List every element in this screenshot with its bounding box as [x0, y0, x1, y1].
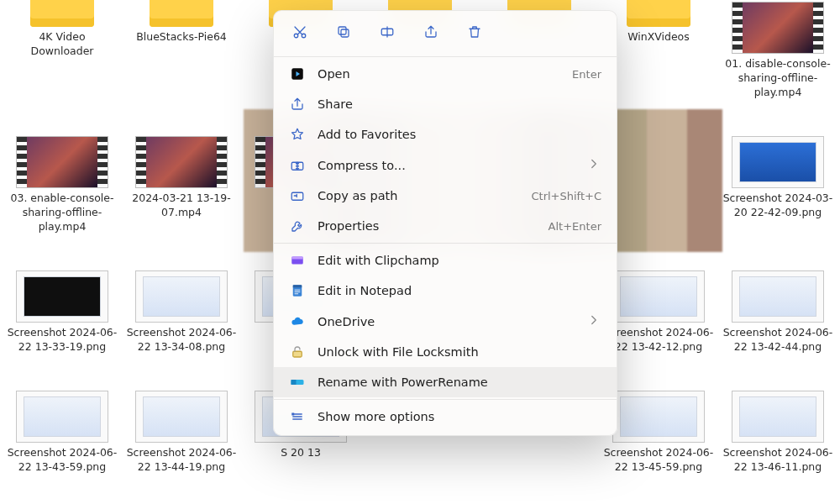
file-thumbnail	[16, 391, 108, 443]
chevron-right-icon	[586, 312, 601, 330]
menu-item-compress[interactable]: Compress to...	[274, 150, 617, 181]
svg-rect-3	[339, 27, 346, 34]
cut-icon	[292, 24, 307, 43]
menu-item-label: Open	[318, 67, 350, 81]
file-item[interactable]: 01. disable-console-sharing-offline-play…	[719, 0, 837, 129]
file-label: Screenshot 2024-06-22 13-44-19.png	[126, 446, 237, 475]
file-thumbnail	[135, 391, 228, 443]
file-label: 2024-03-21 13-19-07.mp4	[126, 192, 237, 220]
menu-item-label: OneDrive	[318, 315, 375, 328]
menu-item-clipchamp[interactable]: Edit with Clipchamp	[274, 245, 617, 276]
svg-rect-12	[293, 351, 302, 357]
compress-icon	[289, 157, 306, 174]
file-label: S 20 13	[281, 446, 321, 460]
file-label: 03. enable-console-sharing-offline-play.…	[7, 192, 118, 234]
file-item[interactable]: Screenshot 2024-06-22 13-33-19.png	[3, 269, 121, 384]
menu-item-label: Edit in Notepad	[318, 284, 412, 297]
file-item[interactable]: Screenshot 2024-06-22 13-44-19.png	[123, 389, 240, 504]
more-icon	[289, 408, 306, 425]
grid-spacer	[600, 134, 717, 264]
copy-button[interactable]	[331, 21, 356, 46]
file-item[interactable]: Screenshot 2024-06-22 13-43-59.png	[3, 389, 121, 504]
file-label: Screenshot 2024-06-22 13-43-59.png	[7, 446, 118, 475]
rename-button[interactable]	[375, 21, 400, 46]
file-thumbnail	[618, 2, 699, 27]
menu-item-label: Copy as path	[318, 189, 397, 202]
file-label: Screenshot 2024-03-20 22-42-09.png	[722, 192, 833, 220]
file-label: BlueStacks-Pie64	[136, 30, 227, 45]
menu-item-accelerator: Alt+Enter	[549, 220, 601, 233]
file-thumbnail	[612, 270, 705, 323]
menu-item-label: Add to Favorites	[318, 128, 416, 141]
file-item[interactable]: BlueStacks-Pie64	[123, 0, 240, 129]
menu-item-unlock[interactable]: Unlock with File Locksmith	[274, 337, 617, 367]
file-label: 4K Video Downloader	[7, 30, 118, 59]
context-menu: OpenEnterShareAdd to FavoritesCompress t…	[273, 10, 617, 436]
share-button[interactable]	[418, 21, 444, 46]
svg-rect-2	[341, 29, 349, 37]
file-thumbnail	[732, 2, 824, 54]
file-item[interactable]: WinXVideos	[600, 0, 717, 129]
file-label: Screenshot 2024-06-22 13-45-59.png	[603, 446, 714, 475]
file-label: Screenshot 2024-06-22 13-33-19.png	[7, 326, 118, 354]
file-item[interactable]: 4K Video Downloader	[3, 0, 121, 129]
menu-item-label: Show more options	[318, 410, 434, 423]
menu-item-label: Rename with PowerRename	[318, 375, 488, 389]
file-thumbnail	[141, 2, 222, 27]
copy-icon	[336, 24, 351, 43]
svg-rect-11	[293, 285, 302, 287]
file-thumbnail	[22, 2, 102, 27]
powerrename-icon	[289, 374, 306, 391]
file-label: Screenshot 2024-06-22 13-42-12.png	[603, 326, 714, 354]
copypath-icon	[289, 187, 306, 204]
menu-item-notepad[interactable]: Edit in Notepad	[274, 276, 617, 306]
cut-button[interactable]	[287, 21, 312, 46]
chevron-right-icon	[586, 156, 601, 174]
menu-item-accelerator: Ctrl+Shift+C	[531, 190, 601, 202]
file-item[interactable]: Screenshot 2024-06-22 13-42-44.png	[719, 269, 837, 384]
menu-item-label: Unlock with File Locksmith	[318, 345, 479, 359]
menu-item-share[interactable]: Share	[274, 89, 617, 119]
menu-item-label: Share	[318, 97, 353, 111]
menu-item-wrench[interactable]: PropertiesAlt+Enter	[274, 211, 617, 241]
menu-item-copypath[interactable]: Copy as pathCtrl+Shift+C	[274, 181, 617, 211]
file-label: Screenshot 2024-06-22 13-46-11.png	[722, 446, 833, 475]
file-item[interactable]: Screenshot 2024-06-22 13-45-59.png	[600, 389, 717, 504]
menu-item-star[interactable]: Add to Favorites	[274, 119, 617, 150]
file-label: 01. disable-console-sharing-offline-play…	[722, 57, 833, 100]
notepad-icon	[289, 282, 306, 299]
menu-item-powerrename[interactable]: Rename with PowerRename	[274, 367, 617, 397]
delete-button[interactable]	[462, 21, 487, 46]
file-item[interactable]: 2024-03-21 13-19-07.mp4	[123, 134, 240, 264]
file-thumbnail	[135, 270, 228, 323]
menu-item-label: Edit with Clipchamp	[318, 254, 439, 267]
file-label: WinXVideos	[627, 30, 690, 45]
file-thumbnail	[732, 136, 824, 188]
svg-rect-9	[291, 257, 303, 260]
file-item[interactable]: Screenshot 2024-06-22 13-34-08.png	[123, 269, 240, 384]
menu-item-play[interactable]: OpenEnter	[274, 59, 617, 89]
file-item[interactable]: Screenshot 2024-06-22 13-42-12.png	[600, 269, 717, 384]
star-icon	[289, 126, 306, 143]
file-thumbnail	[732, 391, 824, 443]
onedrive-icon	[289, 313, 306, 330]
file-thumbnail	[135, 136, 228, 188]
share-icon	[423, 24, 438, 43]
context-menu-toolbar	[274, 16, 617, 55]
rename-icon	[380, 24, 395, 43]
svg-rect-14	[291, 380, 297, 385]
file-label: Screenshot 2024-06-22 13-34-08.png	[126, 326, 237, 354]
file-item[interactable]: Screenshot 2024-03-20 22-42-09.png	[719, 134, 837, 264]
menu-item-label: Compress to...	[318, 159, 406, 172]
file-item[interactable]: 03. enable-console-sharing-offline-play.…	[3, 134, 121, 264]
svg-rect-7	[291, 192, 303, 200]
file-thumbnail	[16, 136, 108, 188]
menu-item-label: Properties	[318, 219, 379, 233]
file-thumbnail	[16, 270, 108, 323]
file-item[interactable]: Screenshot 2024-06-22 13-46-11.png	[719, 389, 837, 504]
menu-item-onedrive[interactable]: OneDrive	[274, 306, 617, 337]
menu-item-more[interactable]: Show more options	[274, 402, 617, 432]
file-thumbnail	[732, 270, 824, 323]
unlock-icon	[289, 344, 306, 360]
file-label: Screenshot 2024-06-22 13-42-44.png	[722, 326, 833, 354]
